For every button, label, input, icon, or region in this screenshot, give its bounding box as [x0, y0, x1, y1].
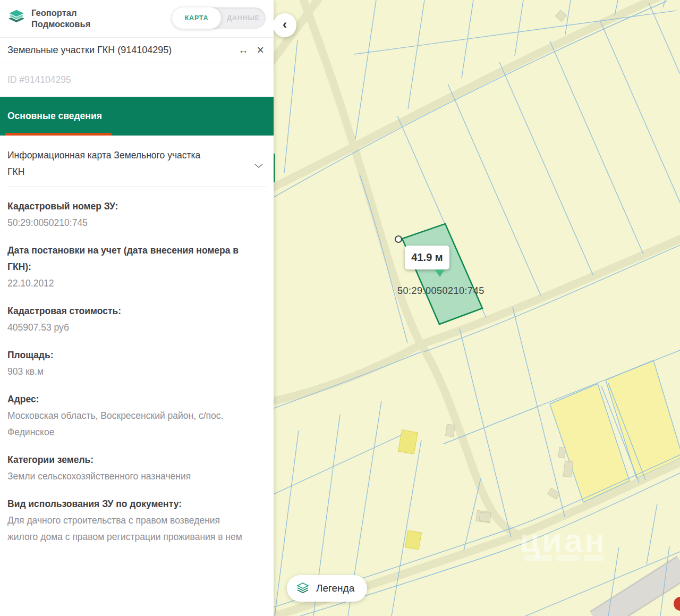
section-main-info[interactable]: Основные сведения [0, 97, 274, 136]
expand-panel-icon[interactable]: ↔ [239, 45, 249, 55]
watermark-text: циан [520, 522, 607, 559]
field-label: Вид использования ЗУ по документу: [7, 496, 261, 512]
panel-title: Земельные участки ГКН (914104295) [7, 45, 230, 56]
field-label: Кадастровый номер ЗУ: [7, 198, 261, 215]
tab-data[interactable]: ДАННЫЕ [221, 7, 266, 29]
map-data-toggle: КАРТА ДАННЫЕ [172, 7, 266, 29]
field-label: Кадастровая стоимость: [7, 303, 261, 319]
info-sidebar: Геопортал Подмосковья КАРТА ДАННЫЕ Земел… [0, 0, 274, 616]
tab-map[interactable]: КАРТА [172, 7, 221, 29]
field-registration-date: Дата постановки на учет (дата внесения н… [7, 242, 261, 292]
chevron-left-icon: ‹ [283, 17, 287, 32]
yellow-building [398, 430, 418, 454]
parcel-label: 50:29:0050210:745 [397, 285, 484, 296]
field-value: 405907.53 руб [7, 319, 255, 336]
section-title: Основные сведения [7, 111, 102, 122]
map-container: 50:29:0050210:745 41.9 м циан ‹ [274, 0, 680, 616]
legend-label: Легенда [316, 583, 354, 594]
field-label: Адрес: [7, 391, 261, 408]
card-title: Информационная карта Земельного участка … [7, 147, 203, 180]
field-value: 22.10.2012 [7, 275, 255, 292]
card-header[interactable]: Информационная карта Земельного участка … [7, 147, 266, 187]
field-cadastral-number: Кадастровый номер ЗУ: 50:29:0050210:745 [7, 198, 261, 231]
close-panel-icon[interactable]: × [257, 44, 264, 56]
vertex-marker[interactable] [395, 236, 402, 242]
field-value: Земли сельскохозяйственного назначения [7, 468, 255, 485]
field-land-category: Категории земель: Земли сельскохозяйстве… [7, 452, 261, 485]
panel-titlebar: Земельные участки ГКН (914104295) ↔ × [0, 38, 274, 63]
fields-list: Кадастровый номер ЗУ: 50:29:0050210:745 … [0, 187, 274, 545]
legend-button[interactable]: Легенда [287, 575, 367, 602]
section-accent-bar [5, 133, 112, 136]
field-address: Адрес: Московская область, Воскресенский… [7, 391, 261, 441]
yellow-building [405, 530, 421, 550]
field-value: 50:29:0050210:745 [7, 215, 255, 231]
field-label: Категории земель: [7, 452, 261, 468]
object-id: ID #914104295 [0, 63, 274, 97]
field-value: 903 кв.м [7, 364, 255, 380]
layers-logo-icon [7, 9, 26, 29]
field-label: Площадь: [7, 347, 261, 364]
map-canvas[interactable]: 50:29:0050210:745 41.9 м циан [274, 0, 680, 616]
field-value: Для дачного строительства с правом возве… [7, 512, 248, 545]
chevron-down-icon[interactable] [254, 161, 263, 171]
app-title: Геопортал Подмосковья [31, 7, 90, 30]
geoportal-app: Геопортал Подмосковья КАРТА ДАННЫЕ Земел… [0, 0, 680, 616]
field-cadastral-cost: Кадастровая стоимость: 405907.53 руб [7, 303, 261, 336]
field-label: Дата постановки на учет (дата внесения н… [7, 242, 261, 275]
layers-icon [296, 583, 309, 594]
field-area: Площадь: 903 кв.м [7, 347, 261, 380]
watermark: циан [520, 522, 607, 561]
field-permitted-use: Вид использования ЗУ по документу: Для д… [7, 496, 261, 545]
field-value: Московская область, Воскресенский район,… [7, 408, 236, 441]
collapse-sidebar-button[interactable]: ‹ [274, 13, 296, 37]
sidebar-header: Геопортал Подмосковья КАРТА ДАННЫЕ [0, 0, 274, 38]
tooltip-text: 41.9 м [411, 251, 443, 263]
